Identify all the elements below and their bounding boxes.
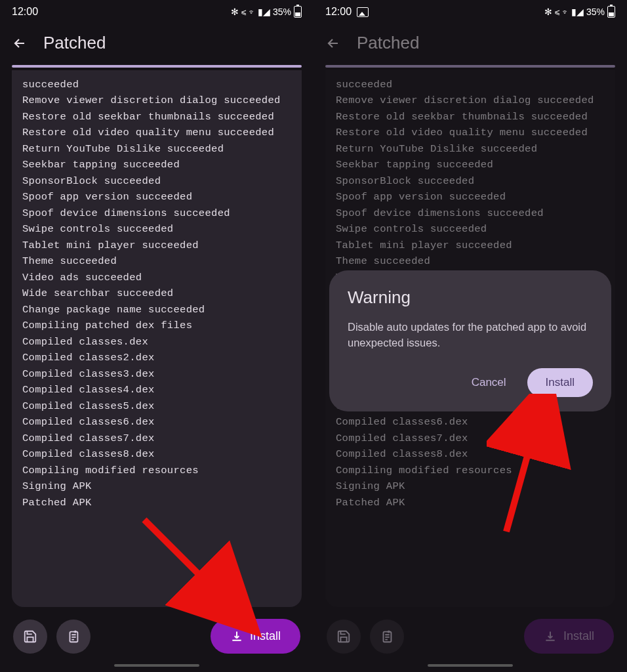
log-line: Compiled classes4.dex [22, 382, 291, 398]
log-line: Compiled classes.dex [22, 334, 291, 350]
dialog-message: Disable auto updates for the patched app… [348, 320, 593, 351]
download-icon [544, 630, 557, 643]
log-line: Spoof device dimensions succeeded [336, 205, 605, 221]
log-line: Restore old video quality menu succeeded [336, 125, 605, 140]
page-title: Patched [43, 33, 106, 53]
battery-icon [294, 6, 302, 18]
install-label: Install [563, 629, 594, 643]
log-line: Compiled classes3.dex [22, 366, 291, 382]
log-line: Seekbar tapping succeeded [22, 157, 291, 173]
log-line: Return YouTube Dislike succeeded [22, 141, 291, 157]
log-line: Restore old seekbar thumbnails succeeded [22, 109, 291, 125]
vowifi-icon: ⩽ [554, 8, 560, 16]
status-time: 12:00 [12, 6, 38, 18]
vowifi-icon: ⩽ [241, 8, 247, 16]
signal-icon: ▮◢ [258, 7, 270, 17]
app-bar: Patched [314, 24, 627, 65]
install-button[interactable]: Install [524, 619, 614, 654]
screenshot-icon [357, 7, 369, 17]
log-line: Remove viewer discretion dialog succeede… [336, 93, 605, 108]
save-button[interactable] [327, 620, 361, 654]
install-label: Install [250, 629, 281, 643]
log-line: Change package name succeeded [22, 302, 291, 318]
battery-percent: 35% [273, 7, 291, 17]
log-line: Compiled classes8.dex [22, 446, 291, 462]
screen-left: 12:00 ✻ ⩽ ᯤ ▮◢ 35% Patched succeededRemo… [0, 0, 314, 672]
progress-bar [12, 65, 302, 68]
volte-icon: ᯤ [249, 8, 256, 16]
signal-icon: ▮◢ [571, 7, 584, 17]
log-line: Seekbar tapping succeeded [336, 157, 605, 173]
log-line: succeeded [22, 77, 291, 93]
log-line: Return YouTube Dislike succeeded [336, 141, 605, 157]
status-bar: 12:00 ✻ ⩽ ᯤ ▮◢ 35% [0, 0, 314, 24]
log-line: Wide searchbar succeeded [22, 285, 291, 301]
log-line: Swipe controls succeeded [22, 221, 291, 237]
status-icons: ✻ ⩽ ᯤ ▮◢ [231, 7, 270, 17]
dialog-actions: Cancel Install [348, 368, 593, 397]
back-icon[interactable] [325, 35, 341, 51]
app-bar: Patched [0, 24, 314, 65]
log-line: Patched APK [22, 495, 291, 511]
log-line: Compiled classes7.dex [336, 430, 605, 446]
battery-percent: 35% [586, 7, 605, 17]
log-line: Compiled classes6.dex [22, 414, 291, 430]
home-indicator[interactable] [428, 664, 513, 667]
log-line: Restore old seekbar thumbnails succeeded [336, 109, 605, 125]
page-title: Patched [357, 33, 419, 53]
log-line: Remove viewer discretion dialog succeede… [22, 93, 291, 108]
log-line: Compiled classes2.dex [22, 350, 291, 366]
log-line: Patched APK [336, 495, 605, 511]
log-line: Tablet mini player succeeded [336, 238, 605, 253]
warning-dialog: Warning Disable auto updates for the pat… [329, 270, 611, 411]
log-line: Theme succeeded [22, 253, 291, 269]
log-line: Compiling patched dex files [22, 318, 291, 333]
copy-log-button[interactable] [370, 620, 404, 654]
dialog-title: Warning [348, 287, 593, 308]
log-line: Compiling modified resources [336, 463, 605, 478]
bottom-bar: Install [314, 607, 627, 672]
log-line: SponsorBlock succeeded [22, 173, 291, 189]
dialog-install-button[interactable]: Install [527, 368, 593, 397]
bluetooth-icon: ✻ [544, 7, 552, 17]
download-icon [230, 630, 243, 643]
log-line: Signing APK [22, 478, 291, 494]
install-button[interactable]: Install [211, 619, 300, 654]
log-line: Compiling modified resources [22, 463, 291, 478]
log-line: Theme succeeded [336, 253, 605, 269]
log-line: Video ads succeeded [22, 270, 291, 285]
progress-bar [325, 65, 615, 68]
log-line: Compiled classes6.dex [336, 414, 605, 430]
bluetooth-icon: ✻ [231, 7, 239, 17]
log-line: Spoof app version succeeded [22, 189, 291, 205]
home-indicator[interactable] [114, 664, 199, 667]
screen-right: 12:00 ✻ ⩽ ᯤ ▮◢ 35% Patched succeededRemo… [314, 0, 627, 672]
status-time: 12:00 [325, 6, 352, 18]
status-icons: ✻ ⩽ ᯤ ▮◢ [544, 7, 584, 17]
copy-log-button[interactable] [56, 620, 91, 654]
log-line: Restore old video quality menu succeeded [22, 125, 291, 140]
back-icon[interactable] [12, 35, 28, 51]
log-line: Signing APK [336, 478, 605, 494]
log-line: SponsorBlock succeeded [336, 173, 605, 189]
dialog-cancel-button[interactable]: Cancel [462, 369, 516, 396]
save-button[interactable] [13, 620, 47, 654]
log-line: Tablet mini player succeeded [22, 238, 291, 253]
log-line: Compiled classes5.dex [22, 398, 291, 414]
bottom-bar: Install [0, 607, 314, 672]
log-line: Compiled classes7.dex [22, 430, 291, 446]
log-line: Spoof app version succeeded [336, 189, 605, 205]
battery-icon [607, 6, 615, 18]
log-line: Spoof device dimensions succeeded [22, 205, 291, 221]
log-output[interactable]: succeededRemove viewer discretion dialog… [12, 70, 302, 607]
log-line: succeeded [336, 77, 605, 93]
status-bar: 12:00 ✻ ⩽ ᯤ ▮◢ 35% [314, 0, 627, 24]
volte-icon: ᯤ [562, 8, 569, 16]
log-line: Swipe controls succeeded [336, 221, 605, 237]
log-line: Compiled classes8.dex [336, 446, 605, 462]
